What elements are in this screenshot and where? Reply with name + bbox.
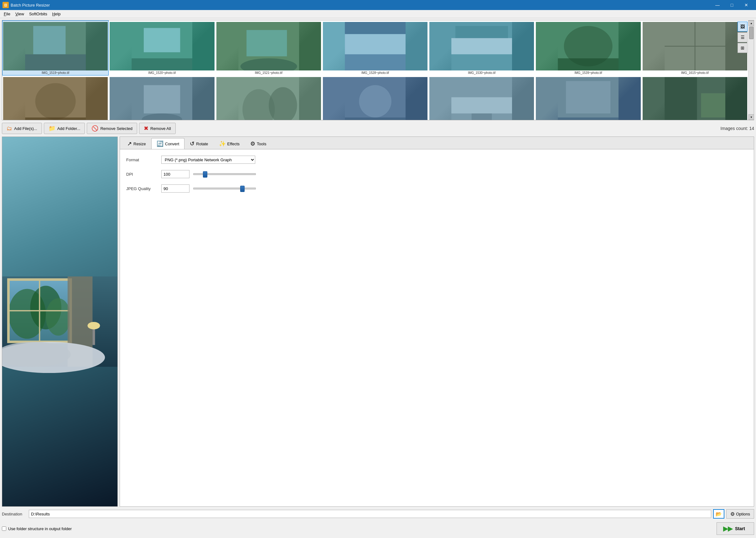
gallery-item[interactable]: IMG_1615~photo.tif [642, 20, 748, 76]
tab-rotate[interactable]: ↺Rotate [185, 138, 213, 149]
svg-rect-10 [345, 34, 405, 54]
svg-rect-41 [701, 93, 725, 118]
gallery-item[interactable]: IMG_1777~photo.tif [642, 76, 748, 120]
menu-help[interactable]: Help [50, 11, 63, 17]
tab-label-tools: Tools [257, 141, 266, 146]
tab-label-resize: Resize [134, 141, 146, 146]
dpi-slider-container [193, 173, 747, 175]
start-button[interactable]: ▶▶ Start [717, 522, 754, 535]
tab-label-effects: Effects [227, 141, 240, 146]
gallery-scrollbar: ▲ ▼ [748, 20, 754, 120]
svg-rect-1 [33, 26, 66, 54]
svg-point-54 [88, 322, 100, 329]
svg-point-31 [359, 85, 391, 117]
svg-rect-40 [665, 77, 697, 120]
gallery-scroll-area[interactable]: IMG_1519~photo.tif IMG_1520~photo.tif IM… [2, 20, 748, 120]
svg-rect-23 [25, 117, 86, 120]
gallery-item[interactable]: IMG_1652~photo.tif [215, 76, 322, 120]
gallery-item[interactable]: IMG_1708~photo.tif [428, 76, 535, 120]
view-list-button[interactable]: ☰ [737, 32, 747, 42]
tab-resize[interactable]: ↗Resize [122, 138, 151, 149]
gallery-item[interactable]: IMG_1528~photo.tif [322, 20, 428, 76]
dpi-row: DPI [126, 170, 747, 178]
images-count: Images count: 14 [721, 126, 754, 131]
gallery-thumb [323, 77, 427, 120]
svg-rect-2 [25, 54, 86, 71]
destination-input[interactable] [29, 510, 711, 518]
gallery-item[interactable]: IMG_1707~photo.tif [322, 76, 428, 120]
gallery-container: IMG_1519~photo.tif IMG_1520~photo.tif IM… [2, 20, 754, 120]
jpeg-quality-input[interactable] [161, 185, 189, 192]
gallery-thumb [536, 22, 640, 71]
gallery-label: IMG_1615~photo.tif [681, 71, 709, 75]
scroll-up-button[interactable]: ▲ [748, 20, 754, 26]
jpeg-slider-track[interactable] [193, 188, 256, 189]
gallery-item[interactable]: IMG_1774~photo.tif [535, 76, 641, 120]
gallery-label: IMG_1528~photo.tif [361, 71, 389, 75]
tab-effects[interactable]: ✨Effects [214, 138, 245, 149]
jpeg-quality-row: JPEG Quality [126, 185, 747, 192]
preview-image [2, 137, 117, 507]
scroll-thumb[interactable] [749, 27, 753, 39]
minimize-button[interactable]: — [710, 0, 725, 10]
close-button[interactable]: ✕ [739, 0, 753, 10]
menu-file[interactable]: File [1, 11, 13, 17]
folder-structure-checkbox[interactable] [2, 526, 6, 531]
scroll-down-button[interactable]: ▼ [748, 114, 754, 120]
gallery-thumb [536, 77, 640, 120]
view-grid-button[interactable]: ⊞ [737, 43, 747, 53]
view-thumbnails-button[interactable]: 🖼 [737, 22, 747, 31]
start-icon: ▶▶ [723, 525, 732, 532]
app-title: Batch Picture Resizer [11, 3, 710, 8]
gallery-thumb [643, 22, 747, 71]
tab-icon-resize: ↗ [127, 140, 132, 147]
gallery-item[interactable]: IMG_1520~photo.tif [109, 20, 215, 76]
gallery-item[interactable]: IMG_1521~photo.tif [215, 20, 322, 76]
gallery-item[interactable]: IMG_1539~photo.tif [535, 20, 641, 76]
add-folder-icon: 📁 [49, 125, 55, 132]
gallery-thumb [429, 22, 534, 71]
gallery-label: IMG_1530~photo.tif [468, 71, 495, 75]
app-icon: 🖼 [3, 2, 9, 8]
maximize-button[interactable]: □ [725, 0, 739, 10]
format-select[interactable]: PNG (*.png) Portable Network GraphJPEG (… [161, 156, 255, 164]
remove-selected-button[interactable]: 🚫 Remove Selected [87, 123, 137, 134]
gallery-thumb [643, 77, 747, 120]
gallery-thumb [323, 22, 427, 71]
view-icon-group: 🖼 ☰ ⊞ [737, 22, 747, 53]
remove-all-button[interactable]: ✖ Remove All [139, 123, 176, 134]
jpeg-slider-thumb[interactable] [240, 186, 244, 192]
dpi-slider-track[interactable] [193, 173, 256, 175]
svg-rect-14 [455, 26, 508, 38]
svg-rect-35 [472, 113, 492, 120]
dpi-input[interactable] [161, 170, 189, 178]
bottom-area: ↗Resize🔄Convert↺Rotate✨Effects⚙Tools For… [2, 136, 754, 507]
gallery-label: IMG_1519~photo.tif [42, 71, 69, 75]
add-folder-button[interactable]: 📁 Add Folder... [44, 123, 85, 134]
toolbar: 🗂 Add File(s)... 📁 Add Folder... 🚫 Remov… [2, 122, 754, 135]
tab-tools[interactable]: ⚙Tools [245, 138, 272, 149]
add-files-button[interactable]: 🗂 Add File(s)... [2, 123, 42, 134]
svg-rect-37 [566, 81, 611, 113]
tab-label-convert: Convert [165, 141, 180, 146]
dpi-label: DPI [126, 172, 157, 177]
svg-point-22 [35, 83, 76, 119]
bottom-controls: Use folder structure in output folder ▶▶… [2, 521, 754, 536]
options-icon: ⚙ [730, 511, 735, 517]
gallery-item[interactable]: IMG_1519~photo.tif [2, 20, 109, 76]
gallery-thumb [110, 77, 214, 120]
options-button[interactable]: ⚙ Options [726, 509, 754, 518]
browse-button[interactable]: 📂 [713, 509, 725, 518]
menu-view[interactable]: View [13, 11, 27, 17]
jpeg-slider-container [193, 188, 747, 189]
gallery-item[interactable]: IMG_1623~photo.tif [2, 76, 109, 120]
tab-icon-rotate: ↺ [190, 140, 194, 147]
gallery-item[interactable]: IMG_1650~photo.tif [109, 76, 215, 120]
menu-softorbits[interactable]: SoftOrbits [27, 11, 50, 17]
svg-rect-17 [558, 58, 619, 71]
gallery-item[interactable]: IMG_1530~photo.tif [428, 20, 535, 76]
dpi-slider-thumb[interactable] [203, 171, 207, 178]
tab-convert[interactable]: 🔄Convert [151, 138, 185, 149]
gallery-thumb [3, 22, 108, 71]
remove-selected-icon: 🚫 [91, 125, 98, 132]
